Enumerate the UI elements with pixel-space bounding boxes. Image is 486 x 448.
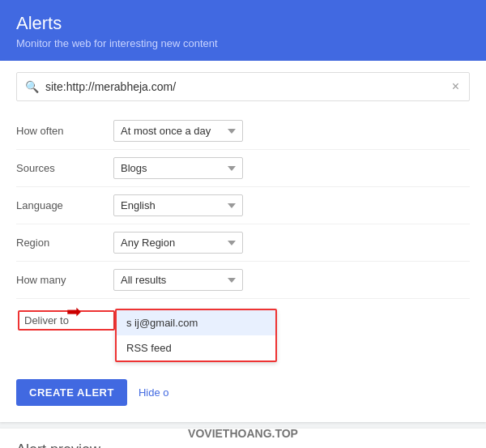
language-label: Language: [16, 199, 113, 211]
preview-card: Alert preview BLOGS How To Reduce The Ta…: [0, 429, 486, 448]
hide-options-button[interactable]: Hide o: [139, 386, 169, 399]
deliver-option-rss[interactable]: RSS feed: [117, 335, 275, 361]
sources-label: Sources: [16, 162, 113, 174]
search-icon: 🔍: [25, 80, 39, 93]
how-many-select[interactable]: All results Only the best results: [113, 269, 243, 291]
sources-select[interactable]: Automatic Blogs News Web Video: [113, 157, 243, 179]
search-input[interactable]: [45, 80, 450, 93]
how-often-select[interactable]: At most once a day As-it-happens At most…: [113, 120, 243, 142]
how-often-row: How often At most once a day As-it-happe…: [16, 113, 470, 150]
how-many-row: How many All results Only the best resul…: [16, 262, 470, 299]
deliver-to-dropdown: s ij@gmail.com RSS feed: [115, 309, 277, 362]
sources-row: Sources Automatic Blogs News Web Video: [16, 150, 470, 187]
search-clear-icon[interactable]: ×: [450, 79, 461, 94]
search-bar: 🔍 ×: [16, 72, 470, 101]
create-alert-button[interactable]: CREATE ALERT: [16, 379, 127, 406]
language-row: Language English French Spanish: [16, 187, 470, 224]
buttons-row: CREATE ALERT Hide o: [16, 369, 470, 409]
page-title: Alerts: [16, 13, 470, 34]
header: Alerts Monitor the web for interesting n…: [0, 0, 486, 61]
how-often-label: How often: [16, 125, 113, 137]
how-many-label: How many: [16, 274, 113, 286]
main-card: 🔍 × How often At most once a day As-it-h…: [0, 61, 486, 422]
region-select[interactable]: Any Region United States India: [113, 232, 243, 254]
deliver-to-row: ➡ Deliver to s ij@gmail.com RSS feed: [16, 299, 470, 369]
deliver-option-email[interactable]: s ij@gmail.com: [117, 310, 275, 335]
preview-title: Alert preview: [16, 442, 470, 448]
language-select[interactable]: English French Spanish: [113, 194, 243, 216]
page-subtitle: Monitor the web for interesting new cont…: [16, 37, 470, 49]
region-row: Region Any Region United States India: [16, 224, 470, 262]
deliver-to-label: Deliver to: [18, 310, 115, 331]
region-label: Region: [16, 237, 113, 249]
